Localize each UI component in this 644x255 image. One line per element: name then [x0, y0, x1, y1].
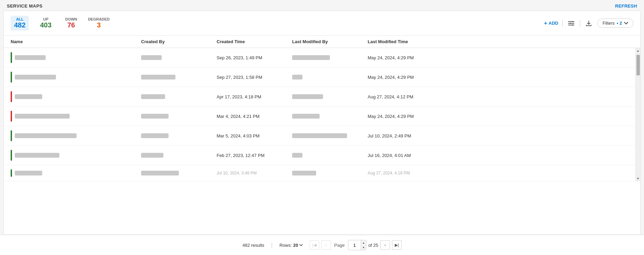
- rows-selector: Rows: 20: [279, 243, 303, 248]
- page-spinners: ▲ ▼: [361, 240, 366, 250]
- scroll-down-button[interactable]: ▼: [636, 176, 641, 181]
- name-value: [15, 153, 59, 158]
- table-body-wrapper: Sep 26, 2023, 1:49 PM May 24, 2024, 4:29…: [4, 48, 640, 181]
- created-by-value: [141, 94, 165, 99]
- add-button[interactable]: + ADD: [544, 20, 559, 26]
- col-modified-by: Last Modified By: [292, 39, 368, 44]
- status-indicator: [11, 169, 12, 177]
- col-name: Name: [11, 39, 141, 44]
- rows-label: Rows:: [279, 243, 292, 248]
- modified-time-cell: May 24, 2024, 4:29 PM: [368, 75, 464, 80]
- created-by-cell: [141, 133, 217, 138]
- first-page-button[interactable]: |◀: [310, 240, 319, 250]
- modified-time-cell: Jul 16, 2024, 4:01 AM: [368, 153, 464, 158]
- name-cell: [11, 107, 141, 126]
- rows-value: 20: [293, 243, 298, 248]
- svg-rect-3: [572, 21, 573, 22]
- main-content: ALL 482 UP 403 DOWN 76 DEGRADED 3: [3, 11, 641, 235]
- modified-by-cell: [292, 75, 368, 80]
- name-value: [15, 171, 42, 175]
- page-input[interactable]: [348, 240, 361, 250]
- status-indicator: [11, 111, 12, 122]
- export-icon: [586, 20, 592, 26]
- toolbar-divider: [562, 20, 563, 27]
- modified-by-cell: [292, 55, 368, 60]
- created-by-cell: [141, 171, 217, 175]
- export-button[interactable]: [584, 20, 593, 27]
- svg-rect-5: [572, 24, 573, 26]
- tab-degraded[interactable]: DEGRADED 3: [88, 17, 110, 29]
- table-row[interactable]: Sep 26, 2023, 1:49 PM May 24, 2024, 4:29…: [4, 48, 635, 68]
- tab-all[interactable]: ALL 482: [11, 16, 29, 31]
- page-spin-down[interactable]: ▼: [361, 245, 366, 250]
- status-indicator: [11, 130, 12, 141]
- svg-rect-4: [570, 23, 571, 24]
- filter-bar: ALL 482 UP 403 DOWN 76 DEGRADED 3: [4, 11, 640, 36]
- col-modified-time: Last Modified Time: [368, 39, 464, 44]
- created-time-cell: Feb 27, 2023, 12:47 PM: [217, 153, 292, 158]
- refresh-button[interactable]: REFRESH: [615, 3, 637, 9]
- next-page-button[interactable]: ›: [380, 240, 390, 250]
- filters-button[interactable]: Filters • 2: [597, 19, 633, 28]
- tab-degraded-label: DEGRADED: [88, 17, 110, 21]
- name-value: [15, 133, 77, 138]
- svg-rect-1: [568, 23, 574, 24]
- tab-down[interactable]: DOWN 76: [62, 17, 80, 29]
- page-spin-up[interactable]: ▲: [361, 240, 366, 245]
- page-of: of 25: [368, 243, 378, 248]
- page-input-wrapper: ▲ ▼: [348, 240, 366, 250]
- table-row[interactable]: Sep 27, 2023, 1:58 PM May 24, 2024, 4:29…: [4, 68, 635, 87]
- status-tabs: ALL 482 UP 403 DOWN 76 DEGRADED 3: [11, 16, 110, 31]
- modified-time-cell: Aug 27, 2024, 4:18 PM: [368, 171, 464, 175]
- modified-by-value: [292, 153, 302, 158]
- modified-by-value: [292, 114, 320, 119]
- results-count: 482 results: [242, 243, 264, 248]
- tab-down-count: 76: [67, 21, 75, 29]
- modified-by-value: [292, 171, 316, 175]
- toolbar-right: + ADD: [544, 19, 633, 28]
- scroll-thumb[interactable]: [636, 55, 640, 75]
- modified-by-cell: [292, 153, 368, 158]
- table-row[interactable]: Apr 17, 2023, 4:18 PM Aug 27, 2024, 4:12…: [4, 87, 635, 107]
- table-header: Name Created By Created Time Last Modifi…: [4, 36, 640, 48]
- created-by-cell: [141, 55, 217, 60]
- modified-by-value: [292, 133, 347, 138]
- created-time-cell: Sep 26, 2023, 1:49 PM: [217, 55, 292, 60]
- prev-page-button[interactable]: ‹: [321, 240, 331, 250]
- table-row[interactable]: Jul 10, 2024, 3:48 PM Aug 27, 2024, 4:18…: [4, 165, 635, 181]
- modified-by-value: [292, 75, 302, 80]
- created-by-value: [141, 153, 163, 158]
- created-by-value: [141, 114, 169, 119]
- modified-by-cell: [292, 133, 368, 138]
- filters-label: Filters: [602, 21, 614, 26]
- chevron-down-icon: [624, 22, 628, 25]
- created-time-cell: Jul 10, 2024, 3:48 PM: [217, 171, 292, 175]
- table-row[interactable]: Mar 4, 2024, 4:21 PM May 24, 2024, 4:29 …: [4, 107, 635, 126]
- status-indicator: [11, 91, 12, 102]
- svg-rect-0: [568, 21, 574, 22]
- name-cell: [11, 146, 141, 165]
- name-value: [15, 94, 42, 99]
- add-label: ADD: [549, 21, 558, 26]
- created-by-cell: [141, 153, 217, 158]
- footer-divider: |: [271, 242, 273, 248]
- svg-rect-2: [568, 25, 574, 25]
- table-row[interactable]: Mar 5, 2024, 4:03 PM Jul 10, 2024, 2:49 …: [4, 126, 635, 146]
- customize-columns-button[interactable]: [567, 20, 576, 26]
- created-time-cell: Apr 17, 2023, 4:18 PM: [217, 94, 292, 99]
- top-bar: SERVICE MAPS REFRESH: [0, 0, 644, 11]
- tab-up[interactable]: UP 403: [37, 17, 54, 29]
- last-page-button[interactable]: ▶|: [392, 240, 402, 250]
- table-row[interactable]: Feb 27, 2023, 12:47 PM Jul 16, 2024, 4:0…: [4, 146, 635, 165]
- modified-time-cell: Jul 10, 2024, 2:49 PM: [368, 133, 464, 138]
- created-by-cell: [141, 75, 217, 80]
- scrollbar[interactable]: ▲ ▼: [635, 48, 640, 181]
- pagination-controls: |◀ ‹ Page ▲ ▼ of 25 › ▶|: [310, 240, 402, 250]
- modified-by-value: [292, 55, 330, 60]
- scroll-up-button[interactable]: ▲: [636, 48, 641, 53]
- col-created-by: Created By: [141, 39, 217, 44]
- created-by-value: [141, 133, 169, 138]
- created-by-value: [141, 171, 179, 175]
- rows-dropdown[interactable]: 20: [293, 243, 302, 248]
- page-label: Page: [334, 243, 345, 248]
